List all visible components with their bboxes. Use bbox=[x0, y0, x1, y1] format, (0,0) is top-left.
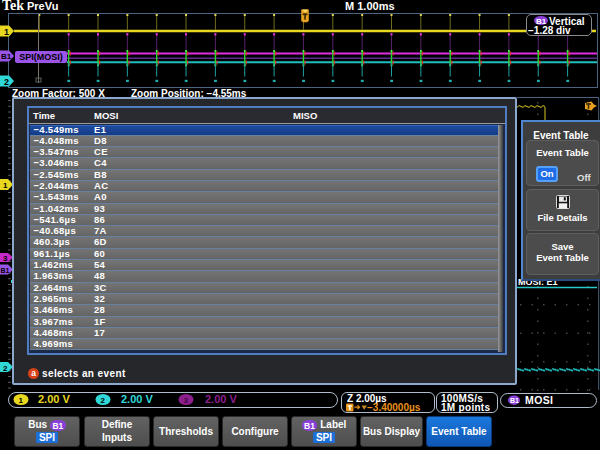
svg-text:1: 1 bbox=[19, 396, 24, 405]
svg-text:B1: B1 bbox=[1, 267, 10, 274]
svg-text:1: 1 bbox=[3, 181, 8, 190]
svg-text:3: 3 bbox=[3, 254, 8, 263]
svg-text:3: 3 bbox=[184, 396, 189, 405]
svg-text:2: 2 bbox=[101, 396, 106, 405]
svg-text:B1: B1 bbox=[510, 397, 519, 404]
svg-text:2: 2 bbox=[3, 364, 8, 373]
